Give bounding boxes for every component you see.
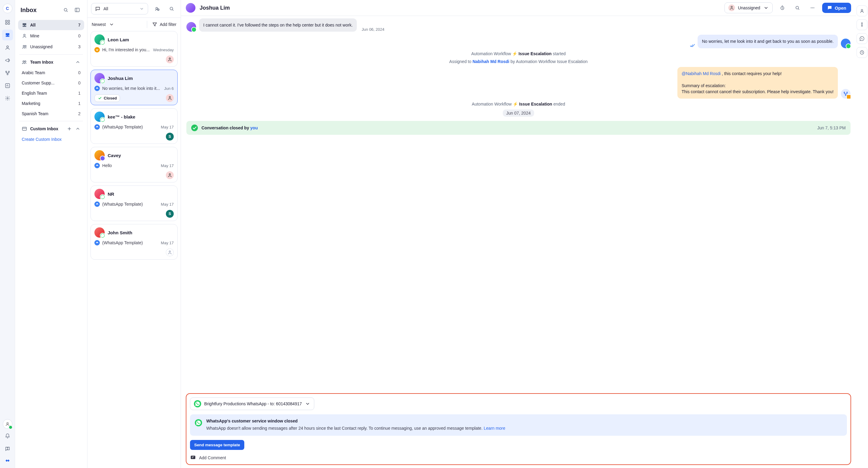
contact-avatar[interactable] <box>186 3 195 13</box>
send-template-button[interactable]: Send message template <box>190 440 244 450</box>
custom-inbox-header[interactable]: Custom Inbox <box>18 124 84 134</box>
conv-search-icon[interactable] <box>792 2 803 13</box>
contacts-icon[interactable] <box>2 42 13 53</box>
conversation-closed-banner: Conversation closed by you Jun 7, 5:13 P… <box>186 121 850 135</box>
assignee-dropdown[interactable]: Unassigned <box>724 2 773 13</box>
journey-icon[interactable] <box>857 19 867 30</box>
team-arabic[interactable]: Arabic Team0 <box>18 68 84 77</box>
dashboard-icon[interactable] <box>2 17 13 28</box>
team-english[interactable]: English Team1 <box>18 88 84 98</box>
create-custom-inbox-link[interactable]: Create Custom Inbox <box>18 134 84 144</box>
svg-point-27 <box>169 174 171 175</box>
svg-point-5 <box>7 46 8 48</box>
team-inbox-header[interactable]: Team Inbox <box>18 57 84 67</box>
team-customer-support[interactable]: Customer Supp...0 <box>18 78 84 88</box>
assignee-avatar <box>166 56 174 63</box>
presence-avatar[interactable] <box>3 419 12 429</box>
chevron-down-icon <box>305 401 310 406</box>
svg-rect-3 <box>8 23 9 24</box>
whatsapp-badge-icon <box>100 79 105 84</box>
contact-info-icon[interactable] <box>857 5 867 16</box>
outgoing-icon <box>94 86 100 91</box>
outgoing-icon <box>94 240 100 246</box>
learn-more-link[interactable]: Learn more <box>484 426 505 431</box>
svg-point-28 <box>169 251 171 252</box>
outgoing-icon <box>94 201 100 207</box>
workflow-icon[interactable] <box>2 67 13 79</box>
message-preview: Hello <box>102 163 158 168</box>
svg-point-11 <box>7 423 8 424</box>
whatsapp-badge-icon <box>100 117 105 122</box>
person-icon <box>728 4 735 11</box>
conversation-card[interactable]: John Smith (WhatsApp Template) May 17 <box>91 224 178 260</box>
contact-avatar <box>94 150 105 160</box>
more-icon[interactable] <box>807 2 818 13</box>
chevron-down-icon <box>140 6 144 11</box>
closed-by-link[interactable]: you <box>250 125 258 130</box>
outgoing-icon <box>94 163 100 168</box>
svg-point-37 <box>845 95 846 96</box>
assignee-link[interactable]: Nabihah Md Rosdi <box>473 59 509 64</box>
svg-point-36 <box>846 92 847 93</box>
team-spanish[interactable]: Spanish Team2 <box>18 109 84 119</box>
read-receipt-icon <box>690 43 695 48</box>
assignee-avatar: S <box>166 210 174 218</box>
comment-icon <box>190 455 196 461</box>
svg-point-19 <box>23 61 25 62</box>
chevron-up-icon <box>75 59 81 65</box>
svg-rect-38 <box>191 456 195 459</box>
snooze-icon[interactable] <box>777 2 788 13</box>
inbox-nav-icon[interactable] <box>2 30 13 40</box>
list-search-icon[interactable] <box>166 3 177 14</box>
conversation-card[interactable]: kee™ - blake (WhatsApp Template) May 17 … <box>91 108 178 144</box>
assignee-avatar <box>166 94 174 102</box>
panel-toggle-icon[interactable] <box>73 5 82 14</box>
svg-rect-14 <box>75 8 79 12</box>
sort-dropdown[interactable]: Newest <box>92 22 142 27</box>
add-filter-button[interactable]: Add filter <box>152 22 177 27</box>
broadcast-icon[interactable] <box>2 55 13 66</box>
contact-avatar <box>94 34 105 44</box>
search-icon[interactable] <box>61 5 70 14</box>
folder-mine[interactable]: Mine 0 <box>18 31 84 41</box>
inbox-sidebar: Inbox All 7 Mine 0 Unassigned 3 Team Inb… <box>15 0 88 468</box>
contact-avatar <box>94 112 105 122</box>
viber-badge-icon <box>100 156 105 161</box>
conversation-card[interactable]: Leon Lam Hi, I'm interested in you... We… <box>91 31 178 67</box>
contact-name: Cavey <box>108 153 121 158</box>
svg-point-10 <box>7 98 8 99</box>
open-button[interactable]: Open <box>822 3 851 13</box>
escalation-note-row: @Nabihah Md Rosdi , this contact require… <box>186 67 850 99</box>
whatsapp-icon <box>194 400 201 407</box>
automation-avatar <box>841 89 850 99</box>
add-icon[interactable] <box>67 126 72 131</box>
notifications-icon[interactable] <box>2 431 13 441</box>
contact-name: Joshua Lim <box>108 76 133 81</box>
svg-point-17 <box>23 45 25 47</box>
conversation-card[interactable]: Joshua Lim No worries, let me look into … <box>91 70 178 105</box>
channel-selector[interactable]: Brightfury Productions WhatsApp - to: 60… <box>190 398 314 410</box>
contact-avatar <box>94 73 105 83</box>
svg-point-35 <box>844 92 845 93</box>
add-comment-button[interactable]: Add Comment <box>190 454 847 461</box>
conversation-card[interactable]: Cavey Hello May 17 <box>91 147 178 182</box>
settings-icon[interactable] <box>2 93 13 104</box>
svg-point-24 <box>170 7 173 10</box>
team-marketing[interactable]: Marketing1 <box>18 99 84 108</box>
brand-logo-icon <box>3 456 12 464</box>
whatsapp-dock-icon[interactable] <box>857 33 867 44</box>
help-icon[interactable] <box>2 443 13 454</box>
workspace-avatar[interactable]: C <box>3 4 12 13</box>
reports-icon[interactable] <box>2 80 13 91</box>
folder-unassigned[interactable]: Unassigned 3 <box>18 42 84 52</box>
conversation-card[interactable]: NR (WhatsApp Template) May 17 S <box>91 185 178 221</box>
svg-rect-1 <box>8 20 9 22</box>
mention-link[interactable]: @Nabihah Md Rosdi <box>682 71 720 76</box>
svg-point-31 <box>796 6 798 9</box>
folder-all[interactable]: All 7 <box>18 20 84 30</box>
activity-icon[interactable] <box>857 47 867 58</box>
svg-point-40 <box>861 23 862 24</box>
svg-point-32 <box>811 7 812 8</box>
user-settings-icon[interactable] <box>152 3 162 14</box>
filter-dropdown[interactable]: All <box>91 3 148 14</box>
